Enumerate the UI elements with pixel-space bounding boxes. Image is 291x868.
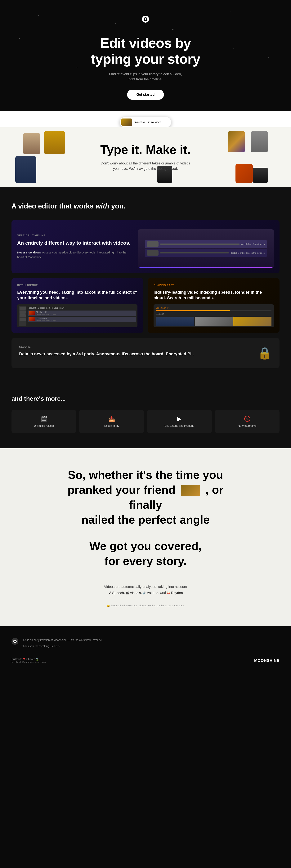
tag-speech: 🎤 Speech xyxy=(108,590,124,596)
logo xyxy=(8,15,283,24)
card-intelligence: INTELLIGENCE Everything you need. Taking… xyxy=(11,278,143,333)
features-grid: 🎬 Unlimited Assets 📤 Export in 4K ▶ Clip… xyxy=(11,410,280,433)
feature-label-1: Export in 4K xyxy=(84,424,139,427)
footer-brand: MOONSHINE xyxy=(254,658,280,663)
footer: This is an early iteration of Moonshine … xyxy=(0,626,291,675)
story-disclaimer: 🔒 Moonshine indexes your videos. No thir… xyxy=(11,603,280,607)
timeline-screenshot: Aerial shot of apartments Best shot of b… xyxy=(138,229,274,268)
hero-subtitle: Find relevant clips in your library to e… xyxy=(107,71,184,82)
intro-video-arrow: → xyxy=(164,120,167,124)
story-headline: So, whether it's the time you pranked yo… xyxy=(59,467,232,527)
feature-card-2: ▶ Clip Extend and Prepend xyxy=(147,410,212,433)
blazing-progress-bar xyxy=(156,310,271,311)
float-image-1 xyxy=(23,133,40,154)
more-section: and there's more... 🎬 Unlimited Assets 📤… xyxy=(0,384,291,448)
card-secure: SECURE Data is never accessed by a 3rd p… xyxy=(11,338,280,368)
feature-label-2: Clip Extend and Prepend xyxy=(152,424,207,427)
intro-video-label: Watch our intro video xyxy=(134,120,161,124)
feature-icon-3: 🚫 xyxy=(219,415,275,422)
timeline-card-label: VERTICAL TIMELINE xyxy=(17,234,130,237)
float-image-4 xyxy=(251,131,268,152)
tag-rhythm: 🥁 Rhythm xyxy=(167,590,183,596)
footer-thanks-text: Thank you for checking us out :) xyxy=(22,644,103,649)
features-cards-grid: INTELLIGENCE Everything you need. Taking… xyxy=(11,278,280,333)
tag-visuals: 🎬 Visuals xyxy=(126,590,141,596)
footer-text-block: This is an early iteration of Moonshine … xyxy=(22,638,103,650)
footer-logo xyxy=(11,638,19,645)
svg-point-5 xyxy=(14,641,15,642)
disclaimer-icon: 🔒 xyxy=(106,603,110,607)
story-inline-image xyxy=(181,485,200,496)
type-it-section: Type it. Make it. Don't worry about all … xyxy=(0,127,291,187)
intel-clip-label: Relevant car break ins from your library xyxy=(28,306,136,310)
story-analyzed: Videos are automatically analyzed, takin… xyxy=(98,584,193,596)
intro-video-section: Watch our intro video → xyxy=(0,111,291,127)
float-image-7 xyxy=(253,168,268,183)
float-image-2 xyxy=(44,131,65,154)
story-section: So, whether it's the time you pranked yo… xyxy=(0,448,291,626)
footer-logo-row: This is an early iteration of Moonshine … xyxy=(11,638,280,650)
story-covered: We got you covered, for every story. xyxy=(11,539,280,568)
feature-label-0: Unlimited Assets xyxy=(16,424,72,427)
leaf-icon: 🍃 xyxy=(35,658,39,661)
feature-icon-1: 📤 xyxy=(84,415,139,422)
editor-section: A video editor that works with you. VERT… xyxy=(0,187,291,384)
blazing-headline: Industry-leading video indexing speeds. … xyxy=(154,290,274,301)
footer-early-text: This is an early iteration of Moonshine … xyxy=(22,638,103,643)
feature-card-1: 📤 Export in 4K xyxy=(79,410,144,433)
get-started-button[interactable]: Get started xyxy=(127,90,164,100)
feature-icon-0: 🎬 xyxy=(16,415,72,422)
footer-bottom: Built with ❤ all over 🍃 feedback@usemoon… xyxy=(11,658,280,663)
intelligence-label: INTELLIGENCE xyxy=(17,284,137,287)
float-image-3 xyxy=(228,131,245,152)
blazing-progress-fill xyxy=(156,310,230,311)
editor-section-title: A video editor that works with you. xyxy=(11,202,280,210)
intro-video-thumbnail xyxy=(121,119,132,126)
float-image-5 xyxy=(15,156,36,183)
lock-icon: 🔒 xyxy=(258,346,272,360)
feature-card-0: 🎬 Unlimited Assets xyxy=(11,410,76,433)
float-image-6 xyxy=(235,164,253,183)
hero-headline: Edit videos by typing your story xyxy=(8,35,283,67)
blazing-timer: 00:00:04 xyxy=(156,313,271,315)
timeline-card-headline: An entirely different way to interact wi… xyxy=(17,240,130,246)
timeline-card-desc: Never slow down. Access cutting-edge vid… xyxy=(17,250,130,259)
intelligence-screenshot: Relevant car break ins from your library… xyxy=(17,304,137,328)
blazing-label: BLAZING FAST xyxy=(154,284,274,287)
secure-headline: Data is never accessed by a 3rd party. A… xyxy=(19,351,194,357)
card-blazing: BLAZING FAST Industry-leading video inde… xyxy=(148,278,280,333)
card-timeline: VERTICAL TIMELINE An entirely different … xyxy=(11,220,280,273)
svg-point-2 xyxy=(145,19,146,20)
footer-email[interactable]: feedback@usemoonshine.com xyxy=(11,661,46,663)
type-it-description: Don't worry about all the different take… xyxy=(98,161,193,172)
type-it-headline: Type it. Make it. xyxy=(88,143,203,157)
feature-label-3: No Watermarks xyxy=(219,424,275,427)
feature-card-3: 🚫 No Watermarks xyxy=(215,410,280,433)
tag-volume: 🔊 Volume xyxy=(143,590,158,596)
feature-icon-2: ▶ xyxy=(152,415,207,422)
hero-section: Edit videos by typing your story Find re… xyxy=(0,0,291,111)
footer-built-with: Built with ❤ all over 🍃 xyxy=(11,658,46,661)
type-it-content: Type it. Make it. Don't worry about all … xyxy=(88,143,203,172)
blazing-screenshot: Exporting 64% 00:00:04 xyxy=(154,304,274,328)
more-title: and there's more... xyxy=(11,395,280,402)
intelligence-headline: Everything you need. Taking into account… xyxy=(17,290,137,301)
intro-video-button[interactable]: Watch our intro video → xyxy=(120,117,171,127)
secure-label: SECURE xyxy=(19,345,194,348)
heart-icon: ❤ xyxy=(23,658,25,661)
blazing-progress-label: Exporting 64% xyxy=(156,307,271,309)
